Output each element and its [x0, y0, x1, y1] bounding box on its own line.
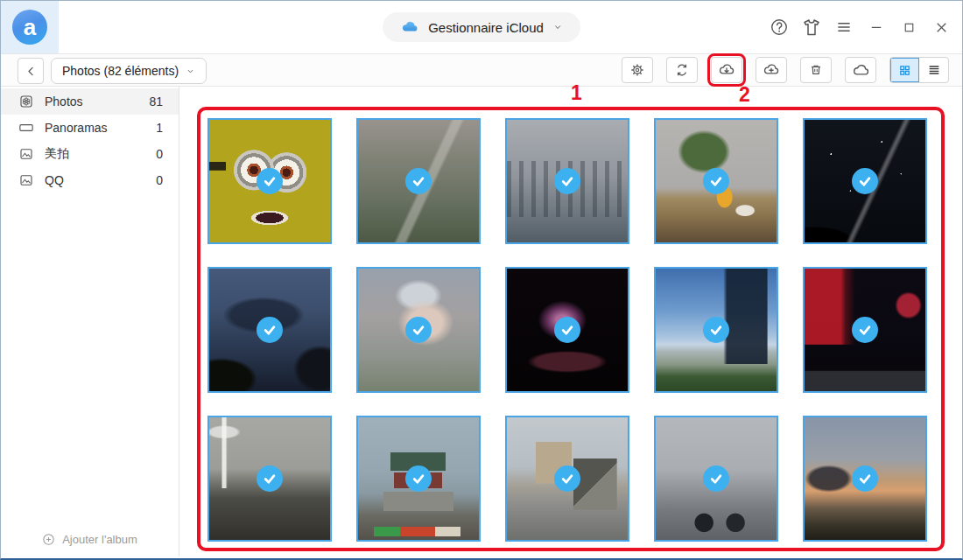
menu-button[interactable]	[833, 17, 854, 38]
album-icon	[18, 120, 34, 136]
refresh-icon	[674, 62, 690, 78]
cloud-icon	[400, 18, 419, 37]
minimize-icon	[868, 19, 884, 35]
chevron-left-icon	[25, 65, 38, 78]
album-count: 0	[156, 147, 163, 161]
cloud-download-icon	[718, 61, 735, 79]
sidebar-item-qq[interactable]: QQ 0	[1, 167, 179, 193]
chevron-down-icon	[186, 66, 195, 76]
checkmark-icon	[260, 172, 279, 191]
photo-thumbnail[interactable]	[505, 118, 629, 244]
close-button[interactable]	[931, 17, 952, 38]
grid-icon	[898, 64, 911, 77]
photo-thumbnail[interactable]	[356, 267, 481, 393]
minimize-button[interactable]	[866, 17, 887, 38]
grid-view-button[interactable]	[890, 58, 919, 82]
sidebar-item-panoramas[interactable]: Panoramas 1	[1, 115, 179, 141]
checkmark-icon	[409, 320, 428, 340]
maximize-icon	[902, 20, 917, 35]
help-button[interactable]	[769, 17, 790, 38]
selected-check-icon	[703, 317, 729, 343]
selected-check-icon	[852, 168, 878, 194]
question-icon	[770, 18, 789, 37]
checkmark-icon	[409, 172, 428, 191]
upload-to-cloud-button[interactable]	[756, 57, 787, 83]
album-label: QQ	[45, 173, 64, 187]
title-bar: a Gestionnaire iCloud	[1, 1, 962, 53]
toolbar-actions	[622, 58, 949, 82]
photo-thumbnail[interactable]	[803, 118, 927, 244]
sidebar: Photos 81 Panoramas 1 美拍 0 QQ 0 Ajouter …	[1, 87, 179, 556]
download-from-cloud-button[interactable]	[711, 57, 742, 83]
selected-check-icon	[703, 168, 729, 194]
photo-thumbnail[interactable]	[654, 416, 778, 542]
checkmark-icon	[558, 320, 577, 340]
mode-selector[interactable]: Gestionnaire iCloud	[383, 12, 580, 42]
checkmark-icon	[706, 469, 726, 488]
checkmark-icon	[558, 469, 577, 488]
selected-check-icon	[257, 466, 283, 492]
hamburger-icon	[835, 18, 853, 36]
photo-thumbnail[interactable]	[654, 118, 778, 244]
album-label: 美拍	[45, 146, 69, 162]
tshirt-icon	[801, 17, 822, 38]
cloud-icon	[852, 61, 870, 80]
photo-thumbnail[interactable]	[356, 118, 481, 244]
album-selector[interactable]: Photos (82 éléments)	[51, 58, 207, 84]
photo-thumbnail[interactable]	[654, 267, 778, 393]
checkmark-icon	[409, 469, 428, 488]
photo-thumbnail[interactable]	[505, 267, 629, 393]
app-logo-area[interactable]: a	[1, 1, 59, 53]
selected-check-icon	[554, 168, 580, 194]
photo-area: 1	[179, 87, 962, 558]
sidebar-item-meipai[interactable]: 美拍 0	[1, 141, 179, 167]
add-album-button[interactable]: Ajouter l'album	[1, 528, 178, 550]
chevron-down-icon	[552, 22, 563, 32]
album-count: 0	[156, 173, 163, 187]
anytrans-logo-icon: a	[12, 10, 47, 45]
album-count: 81	[149, 94, 163, 108]
checkmark-icon	[855, 469, 875, 488]
gear-icon	[629, 62, 645, 78]
photo-thumbnail[interactable]	[505, 416, 629, 542]
mode-selector-label: Gestionnaire iCloud	[428, 20, 544, 35]
checkmark-icon	[855, 172, 875, 191]
refresh-button[interactable]	[666, 57, 698, 83]
cloud-plus-icon	[763, 61, 780, 79]
photo-thumbnail[interactable]	[207, 267, 332, 393]
checkmark-icon	[706, 320, 726, 340]
checkmark-icon	[260, 469, 279, 488]
selected-check-icon	[554, 317, 580, 343]
plus-circle-icon	[41, 532, 56, 547]
delete-button[interactable]	[800, 57, 832, 83]
photo-thumbnail[interactable]	[803, 267, 927, 393]
photo-grid	[207, 118, 927, 542]
sidebar-item-photos[interactable]: Photos 81	[1, 88, 179, 115]
photo-thumbnail[interactable]	[207, 118, 332, 244]
selected-check-icon	[554, 466, 580, 492]
list-view-button[interactable]	[919, 58, 948, 82]
back-button[interactable]	[18, 58, 44, 84]
album-icon	[18, 172, 34, 188]
theme-button[interactable]	[801, 17, 822, 38]
album-label: Photos	[45, 94, 83, 108]
album-icon	[18, 94, 34, 109]
view-toggle	[889, 57, 949, 83]
maximize-button[interactable]	[898, 17, 919, 38]
settings-button[interactable]	[622, 57, 653, 83]
trash-icon	[808, 62, 824, 78]
selected-check-icon	[257, 168, 283, 194]
photo-thumbnail[interactable]	[356, 416, 481, 542]
photo-thumbnail[interactable]	[803, 416, 927, 542]
album-list: Photos 81 Panoramas 1 美拍 0 QQ 0	[1, 87, 179, 193]
cloud-status-button[interactable]	[845, 57, 876, 83]
add-album-label: Ajouter l'album	[62, 533, 137, 546]
album-count: 1	[156, 121, 163, 135]
selected-check-icon	[852, 317, 878, 343]
annotation-step-2: 2	[739, 83, 750, 107]
selection-highlight-frame	[197, 107, 945, 551]
photo-thumbnail[interactable]	[207, 416, 332, 542]
album-icon	[18, 146, 34, 162]
titlebar-buttons	[769, 1, 952, 53]
selected-check-icon	[405, 466, 432, 492]
